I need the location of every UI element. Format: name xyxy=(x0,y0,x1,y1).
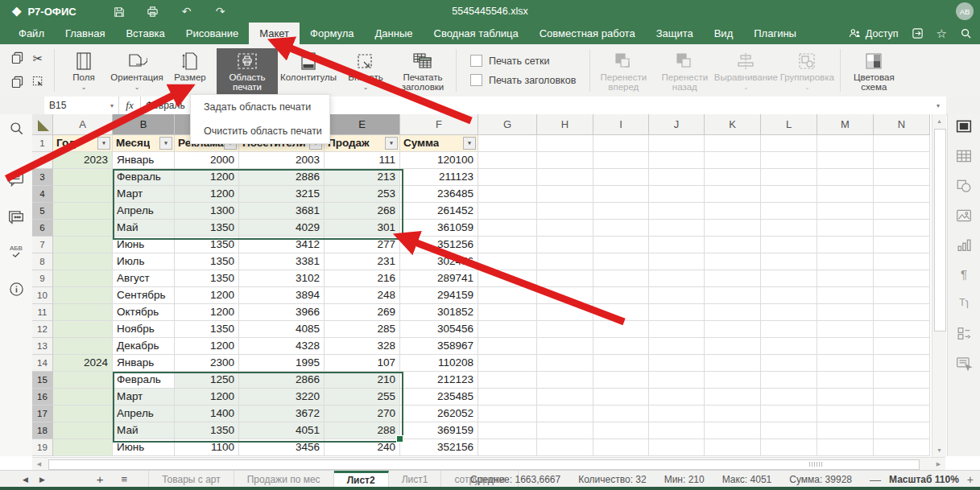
row-header-8[interactable]: 8 xyxy=(32,253,53,270)
cell-H10[interactable] xyxy=(537,287,593,304)
cell-F13[interactable]: 358967 xyxy=(400,338,478,355)
cell-B3[interactable]: Февраль xyxy=(113,169,175,186)
cell-E2[interactable]: 111 xyxy=(325,152,400,169)
cell-E16[interactable]: 255 xyxy=(325,389,400,406)
cell-A16[interactable] xyxy=(53,389,113,406)
cell-K3[interactable] xyxy=(705,169,761,186)
cell-C9[interactable]: 1350 xyxy=(175,270,239,287)
row-header-17[interactable]: 17 xyxy=(32,406,53,422)
cell-J13[interactable] xyxy=(649,338,705,355)
cell-L16[interactable] xyxy=(761,389,817,406)
cell-N8[interactable] xyxy=(874,253,930,270)
cell-H11[interactable] xyxy=(537,304,593,321)
cell-H6[interactable] xyxy=(537,220,593,237)
cell-D10[interactable]: 3894 xyxy=(239,287,325,304)
cell-M8[interactable] xyxy=(817,253,874,270)
prev-sheet-icon[interactable]: ◀ xyxy=(23,476,28,484)
cell-B14[interactable]: Январь xyxy=(113,355,175,372)
cell-E6[interactable]: 301 xyxy=(325,220,400,237)
cell-G18[interactable] xyxy=(478,422,537,439)
row-header-9[interactable]: 9 xyxy=(32,270,53,287)
cell-J2[interactable] xyxy=(649,152,705,169)
cell-D4[interactable]: 3215 xyxy=(239,186,325,203)
cell-L14[interactable] xyxy=(761,355,817,372)
row-header-1[interactable]: 1 xyxy=(32,135,53,152)
chevron-down-icon[interactable]: ▾ xyxy=(110,102,114,109)
cell-K18[interactable] xyxy=(705,422,761,439)
vertical-scrollbar[interactable]: ▲ ▼ xyxy=(932,114,946,457)
zoom-in-button[interactable]: + xyxy=(967,473,974,486)
column-header-H[interactable]: H xyxy=(537,114,593,135)
cell-A3[interactable] xyxy=(53,169,113,186)
cell-K1[interactable] xyxy=(705,135,761,152)
chat-icon[interactable] xyxy=(0,209,32,228)
cell-I8[interactable] xyxy=(593,253,649,270)
row-header-2[interactable]: 2 xyxy=(32,152,53,169)
horizontal-scrollbar[interactable]: ◀ ▶ xyxy=(32,457,945,471)
cell-F11[interactable]: 301852 xyxy=(400,304,478,321)
cell-B6[interactable]: Май xyxy=(113,220,175,237)
cell-G2[interactable] xyxy=(478,152,537,169)
menu-item-Задать область печати[interactable]: Задать область печати xyxy=(191,95,329,119)
cell-N16[interactable] xyxy=(874,389,930,406)
cell-E10[interactable]: 248 xyxy=(325,287,400,304)
cell-L7[interactable] xyxy=(761,237,817,253)
cell-D11[interactable]: 3966 xyxy=(239,304,325,321)
cell-G8[interactable] xyxy=(478,253,537,270)
cell-I13[interactable] xyxy=(593,338,649,355)
column-header-E[interactable]: E xyxy=(325,114,400,135)
cell-I4[interactable] xyxy=(593,186,649,203)
cell-G5[interactable] xyxy=(478,203,537,220)
menu-tab-Совместная работа[interactable]: Совместная работа xyxy=(529,23,646,44)
header-cell-A1[interactable]: Год▾ xyxy=(53,135,113,152)
cell-B15[interactable]: Февраль xyxy=(113,372,175,389)
cell-C19[interactable]: 1100 xyxy=(175,439,239,456)
row-header-15[interactable]: 15 xyxy=(32,372,53,389)
cell-J15[interactable] xyxy=(649,372,705,389)
cell-A6[interactable] xyxy=(53,220,113,237)
cell-F8[interactable]: 302456 xyxy=(400,253,478,270)
cell-N4[interactable] xyxy=(874,186,930,203)
cell-K4[interactable] xyxy=(705,186,761,203)
pivot-settings-icon[interactable] xyxy=(948,356,980,374)
cell-M9[interactable] xyxy=(817,270,874,287)
cell-M17[interactable] xyxy=(817,406,874,422)
cell-E7[interactable]: 277 xyxy=(325,237,400,253)
cell-I10[interactable] xyxy=(593,287,649,304)
about-icon[interactable] xyxy=(0,282,32,300)
cell-N17[interactable] xyxy=(874,406,930,422)
cell-H2[interactable] xyxy=(537,152,593,169)
fit-button[interactable]: Вписать⌄ xyxy=(339,48,392,93)
cell-H19[interactable] xyxy=(537,439,593,456)
cell-L4[interactable] xyxy=(761,186,817,203)
cell-G19[interactable] xyxy=(478,439,537,456)
cell-I17[interactable] xyxy=(593,406,649,422)
cell-C6[interactable]: 1350 xyxy=(175,220,239,237)
cell-E14[interactable]: 107 xyxy=(325,355,400,372)
cell-H8[interactable] xyxy=(537,253,593,270)
cell-I6[interactable] xyxy=(593,220,649,237)
cell-F4[interactable]: 236485 xyxy=(400,186,478,203)
margins-button[interactable]: Поля⌄ xyxy=(57,48,110,93)
cell-I3[interactable] xyxy=(593,169,649,186)
expand-formula-bar-icon[interactable]: ▾ xyxy=(930,97,946,114)
cell-L18[interactable] xyxy=(761,422,817,439)
cell-F12[interactable]: 305456 xyxy=(400,321,478,338)
column-header-K[interactable]: K xyxy=(705,114,761,135)
cell-I1[interactable] xyxy=(593,135,649,152)
cell-C11[interactable]: 1200 xyxy=(175,304,239,321)
cell-N12[interactable] xyxy=(874,321,930,338)
spellcheck-icon[interactable]: АБВ xyxy=(0,245,32,259)
cell-L17[interactable] xyxy=(761,406,817,422)
undo-icon[interactable]: ↶ xyxy=(173,5,201,19)
row-header-19[interactable]: 19 xyxy=(32,439,53,456)
cell-K5[interactable] xyxy=(705,203,761,220)
cell-A10[interactable] xyxy=(53,287,113,304)
cell-I5[interactable] xyxy=(593,203,649,220)
cell-F15[interactable]: 212123 xyxy=(400,372,478,389)
column-header-I[interactable]: I xyxy=(593,114,649,135)
cell-F14[interactable]: 110208 xyxy=(400,355,478,372)
cell-N9[interactable] xyxy=(874,270,930,287)
cell-B11[interactable]: Октябрь xyxy=(113,304,175,321)
cell-H12[interactable] xyxy=(537,321,593,338)
